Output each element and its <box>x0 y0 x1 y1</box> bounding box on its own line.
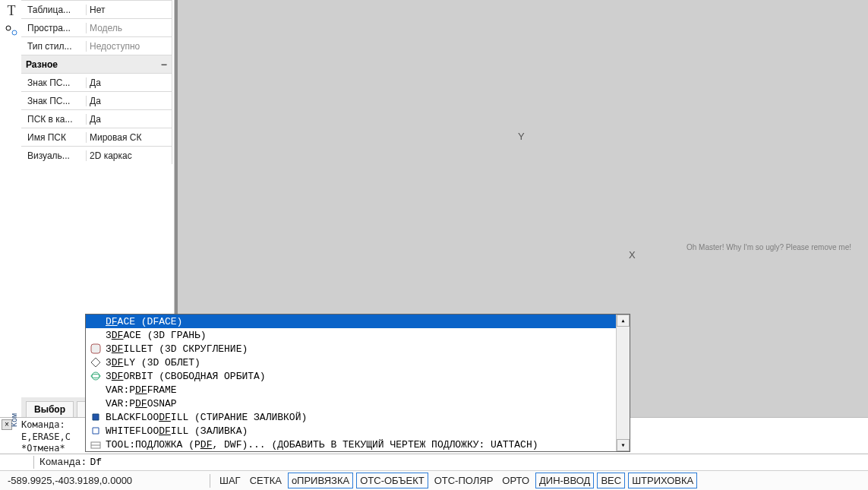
property-value[interactable]: Да <box>87 114 172 125</box>
property-value[interactable]: Модель <box>87 23 172 33</box>
scroll-down-icon[interactable]: ▾ <box>617 439 630 451</box>
drawing-content <box>178 0 406 114</box>
property-value[interactable]: Да <box>87 96 172 106</box>
autocomplete-scrollbar[interactable]: ▴ ▾ <box>616 315 630 451</box>
property-label: Таблица... <box>21 5 87 15</box>
autocomplete-item-label: VAR:PDFFRAME <box>106 384 177 396</box>
blank-icon <box>89 315 103 327</box>
property-label: Знак ПС... <box>21 77 87 88</box>
plane-icon <box>89 356 103 368</box>
status-toggle-отс-объект[interactable]: ОТС-ОБЪЕКТ <box>356 473 428 488</box>
property-value[interactable]: Да <box>87 77 172 88</box>
status-toggle-штриховка[interactable]: ШТРИХОВКА <box>628 473 697 488</box>
autocomplete-popup: DFACE (DFACE)3DFACE (3D ГРАНЬ)3DFILLET (… <box>85 314 630 452</box>
property-label: Простра... <box>21 23 87 33</box>
autocomplete-item[interactable]: BLACKFLOODFILL (СТИРАНИЕ ЗАЛИВКОЙ) <box>86 410 616 424</box>
status-toggle-орто[interactable]: ОРТО <box>499 473 532 488</box>
status-toggle-сетка[interactable]: СЕТКА <box>247 473 285 488</box>
autocomplete-item-label: 3DFLY (3D ОБЛЕТ) <box>106 357 200 368</box>
property-row[interactable]: Тип стил...Недоступно <box>21 36 172 55</box>
autocomplete-item[interactable]: VAR:PDFFRAME <box>86 383 616 397</box>
axis-x-label: X <box>629 249 636 261</box>
scroll-track[interactable] <box>617 327 630 427</box>
group-misc-label: Разное <box>26 59 58 70</box>
tab-selection[interactable]: Выбор <box>26 401 74 417</box>
autocomplete-item-label: WHITEFLOODFILL (ЗАЛИВКА) <box>106 425 248 437</box>
collapse-icon[interactable]: − <box>161 58 167 71</box>
fillet-icon <box>89 343 103 355</box>
svg-point-0 <box>6 26 11 30</box>
blank-icon <box>89 329 103 341</box>
command-log-tab[interactable]: Ком <box>11 409 19 432</box>
blank-icon <box>89 397 103 409</box>
scroll-up-icon[interactable]: ▴ <box>617 315 630 327</box>
autocomplete-item[interactable]: VAR:PDFOSNAP <box>86 397 616 410</box>
autocomplete-item[interactable]: DFACE (DFACE) <box>86 315 616 328</box>
property-row[interactable]: Простра...Модель <box>21 18 172 36</box>
autocomplete-item[interactable]: 3DFLY (3D ОБЛЕТ) <box>86 356 616 369</box>
status-toggle-дин-ввод[interactable]: ДИН-ВВОД <box>535 473 594 488</box>
property-row[interactable]: Знак ПС...Да <box>21 73 172 91</box>
property-label: Тип стил... <box>21 41 87 52</box>
property-label: ПСК в ка... <box>21 114 87 125</box>
bucketw-icon <box>89 425 103 437</box>
property-row[interactable]: Знак ПС...Да <box>21 91 172 109</box>
status-coords: -589.9925,-403.9189,0.0000 <box>0 475 205 486</box>
markers-tool-icon[interactable] <box>5 25 17 39</box>
status-toggle-опривязка[interactable]: оПРИВЯЗКА <box>288 473 353 488</box>
status-toggle-отс-поляр[interactable]: ОТС-ПОЛЯР <box>431 473 497 488</box>
property-label: Визуаль... <box>21 150 87 161</box>
autocomplete-item[interactable]: 3DFORBIT (СВОБОДНАЯ ОРБИТА) <box>86 369 616 383</box>
property-row[interactable]: Таблица...Нет <box>21 0 172 18</box>
autocomplete-item[interactable]: WHITEFLOODFILL (ЗАЛИВКА) <box>86 424 616 438</box>
svg-rect-12 <box>91 344 100 353</box>
autocomplete-item[interactable]: 3DFILLET (3D СКРУГЛЕНИЕ) <box>86 342 616 356</box>
autocomplete-item[interactable]: 3DFACE (3D ГРАНЬ) <box>86 328 616 342</box>
autocomplete-item-label: DFACE (DFACE) <box>106 316 182 327</box>
command-prompt: Команда: <box>39 457 87 468</box>
autocomplete-item[interactable]: TOOL:ПОДЛОЖКА (PDF, DWF)... (ДОБАВИТЬ В … <box>86 438 616 451</box>
autocomplete-item-label: 3DFORBIT (СВОБОДНАЯ ОРБИТА) <box>106 371 266 382</box>
property-row[interactable]: ПСК в ка...Да <box>21 109 172 128</box>
autocomplete-item-label: TOOL:ПОДЛОЖКА (PDF, DWF)... (ДОБАВИТЬ В … <box>106 439 538 450</box>
property-row[interactable]: Имя ПСКМировая СК <box>21 128 172 146</box>
svg-point-14 <box>91 375 100 378</box>
blank-icon <box>89 384 103 396</box>
face-annotation: Oh Master! Why I'm so ugly? Please remov… <box>687 243 851 251</box>
property-value[interactable]: Мировая СК <box>87 132 172 143</box>
property-value[interactable]: Нет <box>87 5 172 15</box>
under-icon <box>89 438 103 450</box>
group-misc[interactable]: Разное − <box>21 55 172 73</box>
orbit-icon <box>89 370 103 382</box>
status-bar: -589.9925,-403.9189,0.0000 ШАГСЕТКАоПРИВ… <box>0 470 868 490</box>
command-log-text: Команда: E,ERASE,С *Отмена* <box>21 419 71 455</box>
autocomplete-item-label: VAR:PDFOSNAP <box>106 398 177 409</box>
side-tool-strip: T <box>2 0 21 39</box>
property-row[interactable]: Визуаль...2D каркас <box>21 146 172 164</box>
autocomplete-item-label: 3DFILLET (3D СКРУГЛЕНИЕ) <box>106 343 248 355</box>
status-toggle-вес[interactable]: ВЕС <box>597 473 625 488</box>
autocomplete-item-label: BLACKFLOODFILL (СТИРАНИЕ ЗАЛИВКОЙ) <box>106 412 307 423</box>
svg-point-1 <box>12 30 17 35</box>
svg-point-13 <box>92 372 99 380</box>
text-tool-icon[interactable]: T <box>8 3 16 19</box>
status-toggle-шаг[interactable]: ШАГ <box>216 473 244 488</box>
status-divider <box>210 474 210 488</box>
axis-y-label: Y <box>518 131 525 142</box>
command-input[interactable] <box>90 457 863 468</box>
property-label: Знак ПС... <box>21 96 87 106</box>
autocomplete-item-label: 3DFACE (3D ГРАНЬ) <box>106 330 207 341</box>
property-value[interactable]: Недоступно <box>87 41 172 52</box>
bucketb-icon <box>89 411 103 423</box>
property-value[interactable]: 2D каркас <box>87 150 172 161</box>
command-input-row: Команда: <box>0 454 868 470</box>
properties-grid: Таблица...НетПростра...МодельТип стил...… <box>21 0 172 164</box>
property-label: Имя ПСК <box>21 132 87 143</box>
